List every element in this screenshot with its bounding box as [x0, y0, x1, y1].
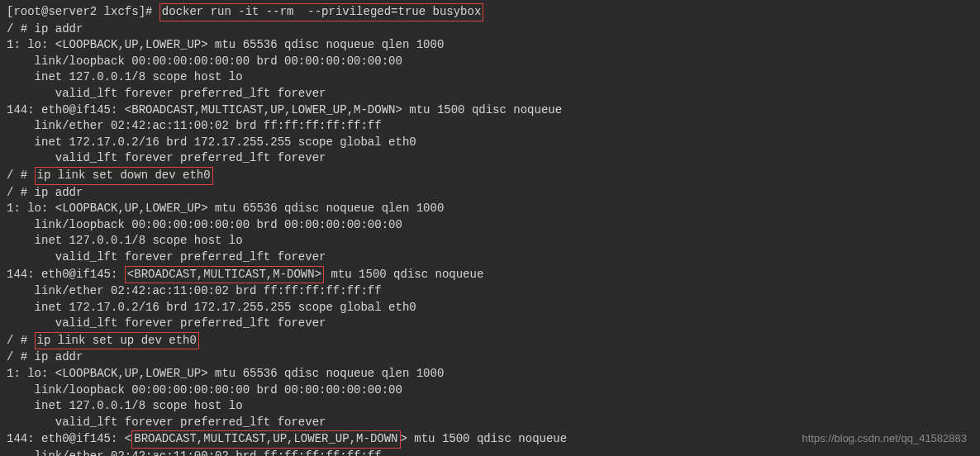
terminal-line: link/ether 02:42:ac:11:00:02 brd ff:ff:f…	[7, 283, 973, 300]
terminal-line: inet 127.0.0.1/8 scope host lo	[7, 398, 973, 415]
terminal-line: / # ip link set down dev eth0	[7, 167, 973, 185]
terminal-line: 1: lo: <LOOPBACK,UP,LOWER_UP> mtu 65536 …	[7, 201, 973, 217]
highlighted-flags: BROADCAST,MULTICAST,UP,LOWER_UP,M-DOWN	[131, 430, 400, 449]
terminal-line: valid_lft forever preferred_lft forever	[7, 249, 973, 266]
highlighted-command: ip link set down dev eth0	[35, 167, 213, 185]
shell-prompt: [root@server2 lxcfs]#	[7, 5, 159, 18]
watermark-text: https://blog.csdn.net/qq_41582883	[802, 431, 968, 446]
highlighted-command: docker run -it --rm --privileged=true bu…	[159, 3, 483, 21]
shell-prompt: / #	[7, 169, 35, 182]
terminal-line: valid_lft forever preferred_lft forever	[7, 86, 973, 102]
terminal-line: / # ip addr	[7, 185, 973, 202]
terminal-line: / # ip addr	[7, 349, 973, 366]
terminal-line: link/loopback 00:00:00:00:00:00 brd 00:0…	[7, 54, 973, 70]
highlighted-flags: <BROADCAST,MULTICAST,M-DOWN>	[125, 266, 324, 284]
output-suffix: mtu 1500 qdisc noqueue	[324, 268, 491, 281]
highlighted-command: ip link set up dev eth0	[35, 332, 199, 350]
output-prefix: 144: eth0@if145:	[7, 268, 125, 281]
terminal-line: 144: eth0@if145: <BROADCAST,MULTICAST,M-…	[7, 266, 973, 284]
output-suffix: > mtu 1500 qdisc noqueue	[401, 432, 574, 445]
terminal-line: inet 172.17.0.2/16 brd 172.17.255.255 sc…	[7, 300, 973, 316]
terminal-line: [root@server2 lxcfs]# docker run -it --r…	[7, 3, 973, 21]
terminal-line: link/ether 02:42:ac:11:00:02 brd ff:ff:f…	[7, 449, 973, 456]
terminal-line: inet 127.0.0.1/8 scope host lo	[7, 69, 973, 86]
terminal-line: valid_lft forever preferred_lft forever	[7, 150, 973, 167]
terminal-line: / # ip addr	[7, 21, 973, 38]
terminal-line: link/loopback 00:00:00:00:00:00 brd 00:0…	[7, 382, 973, 399]
terminal-line: valid_lft forever preferred_lft forever	[7, 415, 973, 431]
terminal-line: 1: lo: <LOOPBACK,UP,LOWER_UP> mtu 65536 …	[7, 366, 973, 382]
output-prefix: 144: eth0@if145: <	[7, 432, 131, 445]
terminal-line: link/loopback 00:00:00:00:00:00 brd 00:0…	[7, 217, 973, 234]
terminal-line: 1: lo: <LOOPBACK,UP,LOWER_UP> mtu 65536 …	[7, 37, 973, 54]
terminal-line: link/ether 02:42:ac:11:00:02 brd ff:ff:f…	[7, 118, 973, 135]
terminal-line: 144: eth0@if145: <BROADCAST,MULTICAST,UP…	[7, 102, 973, 119]
terminal-line: inet 127.0.0.1/8 scope host lo	[7, 233, 973, 249]
terminal-output[interactable]: [root@server2 lxcfs]# docker run -it --r…	[7, 3, 973, 456]
terminal-line: inet 172.17.0.2/16 brd 172.17.255.255 sc…	[7, 135, 973, 151]
terminal-line: / # ip link set up dev eth0	[7, 332, 973, 350]
terminal-line: valid_lft forever preferred_lft forever	[7, 316, 973, 332]
shell-prompt: / #	[7, 334, 35, 347]
